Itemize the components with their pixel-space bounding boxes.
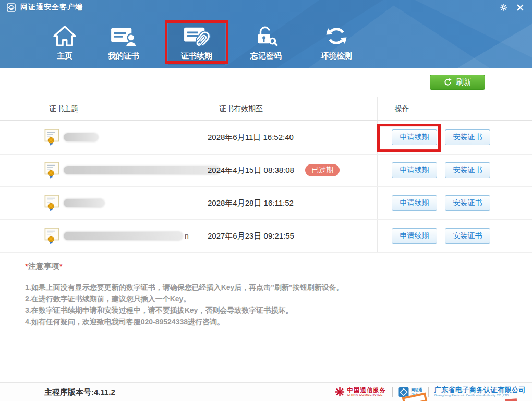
column-header-subject: 证书主题 xyxy=(49,97,78,121)
certificate-icon xyxy=(44,194,60,212)
tab-label: 忘记密码 xyxy=(250,51,282,61)
certificate-table: 证书主题 证书有效期至 操作 xyxy=(0,97,532,253)
subject-cell xyxy=(44,155,222,186)
valid-until: 2028年4月28日 16:11:52 xyxy=(208,198,294,208)
column-header-actions: 操作 xyxy=(395,97,409,121)
version-label: 主程序版本号:4.11.2 xyxy=(44,383,115,401)
renew-button[interactable]: 申请续期 xyxy=(392,162,437,178)
tab-forgot-password[interactable]: 忘记密码 xyxy=(237,21,295,65)
window-controls xyxy=(496,0,528,15)
table-row: 2028年6月11日 16:52:40 申请续期 安装证书 xyxy=(0,121,532,155)
tab-label: 环境检测 xyxy=(321,51,352,61)
tab-label: 主页 xyxy=(57,51,72,61)
table-body: 2028年6月11日 16:52:40 申请续期 安装证书 xyxy=(0,121,532,253)
table-row: n 2027年6月23日 09:21:55 申请续期 安装证书 xyxy=(0,220,532,253)
tab-label: 我的证书 xyxy=(108,51,139,61)
expired-badge: 已过期 xyxy=(305,164,340,176)
subject-suffix: n xyxy=(185,232,189,240)
home-icon xyxy=(52,21,77,51)
annotation-fragment-red xyxy=(505,398,517,401)
certificate-icon xyxy=(44,161,60,179)
close-icon[interactable] xyxy=(512,2,528,13)
logo-divider xyxy=(428,387,429,397)
valid-until: 2027年6月23日 09:21:55 xyxy=(208,231,294,241)
redacted-subject xyxy=(64,133,98,141)
logo-divider xyxy=(392,387,393,397)
settings-gear-icon[interactable] xyxy=(496,2,512,13)
install-button[interactable]: 安装证书 xyxy=(445,162,490,178)
install-button[interactable]: 安装证书 xyxy=(445,129,490,145)
renew-button[interactable]: 申请续期 xyxy=(392,228,437,244)
note-item: 1.如果上面没有显示您要更新的数字证书，请确保您已经插入Key后，再点击"刷新"… xyxy=(25,281,505,293)
china-comservice-emblem-icon xyxy=(335,387,345,397)
logo-text-cn: 网证通 xyxy=(412,388,422,392)
subject-cell xyxy=(44,121,100,154)
redacted-subject xyxy=(64,232,183,240)
refresh-icon xyxy=(443,78,452,87)
netca-emblem-icon xyxy=(398,387,409,397)
table-header: 证书主题 证书有效期至 操作 xyxy=(0,97,532,121)
notes-section: *注意事项* 1.如果上面没有显示您要更新的数字证书，请确保您已经插入Key后，… xyxy=(25,262,505,327)
tab-my-certificates[interactable]: 我的证书 xyxy=(95,21,152,65)
notes-title: *注意事项* xyxy=(25,262,505,272)
window-title: 网证通安全客户端 xyxy=(20,3,83,12)
footer-logos: 中国通信服务 CHINA COMSERVICE 网证通 NETCA 广东省电子商… xyxy=(335,383,526,401)
table-row: 2028年4月28日 16:11:52 申请续期 安装证书 xyxy=(0,187,532,220)
titlebar: 网证通安全客户端 xyxy=(0,0,532,15)
renew-button[interactable]: 申请续期 xyxy=(392,195,437,211)
sync-arrows-icon xyxy=(324,21,348,51)
certificate-icon xyxy=(44,128,60,146)
id-card-icon xyxy=(110,21,138,51)
table-row: 2024年4月15日 08:38:08 已过期 申请续期 安装证书 xyxy=(0,155,532,187)
footer: 主程序版本号:4.11.2 中国通信服务 CHINA COMSERVICE xyxy=(0,382,532,401)
lock-wrench-icon xyxy=(253,21,279,51)
refresh-label: 刷新 xyxy=(456,77,471,87)
logo-text-cn: 广东省电子商务认证有限公司 xyxy=(434,386,526,394)
redacted-subject xyxy=(64,166,220,174)
install-button[interactable]: 安装证书 xyxy=(445,228,490,244)
app-window: 网证通安全客户端 xyxy=(0,0,532,401)
app-logo-icon xyxy=(7,3,16,12)
subject-cell xyxy=(44,187,106,219)
subject-cell: n xyxy=(44,220,189,252)
actions-cell: 申请续期 安装证书 xyxy=(392,155,490,186)
annotation-box-tab xyxy=(165,20,228,64)
annotation-box-renew xyxy=(377,124,441,152)
valid-until: 2024年4月15日 08:38:08 xyxy=(208,166,294,175)
logo-text-en: Guangdong Electronic Certification Autho… xyxy=(434,394,526,397)
note-item: 2.在进行数字证书续期前，建议您只插入一个Key。 xyxy=(25,293,505,304)
china-comservice-logo: 中国通信服务 CHINA COMSERVICE xyxy=(335,387,386,397)
certificate-icon xyxy=(44,227,60,245)
column-header-valid-until: 证书有效期至 xyxy=(219,97,263,121)
install-button[interactable]: 安装证书 xyxy=(445,195,490,211)
actions-cell: 申请续期 安装证书 xyxy=(392,220,490,252)
header: 网证通安全客户端 xyxy=(0,0,532,68)
valid-until: 2028年6月11日 16:52:40 xyxy=(208,132,294,142)
refresh-button[interactable]: 刷新 xyxy=(430,75,485,90)
note-item: 4.如有任何疑问，欢迎致电我司客服020-89524338进行咨询。 xyxy=(25,316,505,327)
asterisk: * xyxy=(59,262,63,270)
tab-home[interactable]: 主页 xyxy=(36,21,93,65)
logo-text-cn: 中国通信服务 xyxy=(347,387,386,393)
note-item: 3.在数字证书续期申请和安装过程中，请不要插拔Key，否则会导致数字证书损坏。 xyxy=(25,304,505,316)
actions-cell: 申请续期 安装证书 xyxy=(392,187,490,219)
logo-text-en: CHINA COMSERVICE xyxy=(347,393,386,397)
gdca-logo: 广东省电子商务认证有限公司 Guangdong Electronic Certi… xyxy=(434,386,526,397)
redacted-subject xyxy=(64,199,104,207)
tab-environment-check[interactable]: 环境检测 xyxy=(308,21,365,65)
